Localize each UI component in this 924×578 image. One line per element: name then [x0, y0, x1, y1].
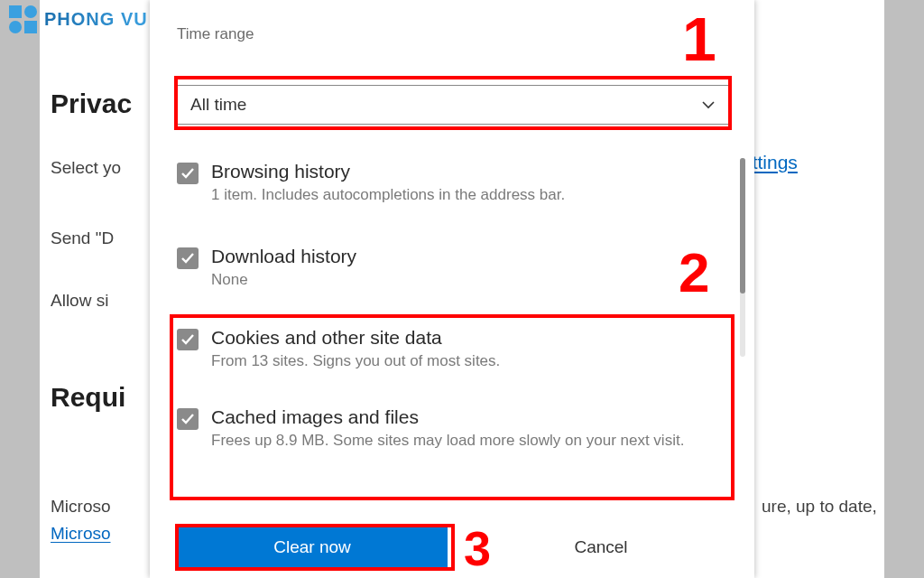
- scrollbar-thumb[interactable]: [740, 158, 745, 294]
- option-subtitle: From 13 sites. Signs you out of most sit…: [211, 352, 500, 370]
- clear-data-dialog: Time range All time Browsing history 1 i…: [150, 0, 754, 578]
- option-subtitle: Frees up 8.9 MB. Some sites may load mor…: [211, 432, 684, 450]
- clear-now-button[interactable]: Clear now: [177, 527, 448, 567]
- bg-link-microsoft[interactable]: Microso: [51, 524, 111, 544]
- bg-text-select: Select yo: [51, 158, 121, 178]
- checkbox-cached-images[interactable]: [177, 408, 199, 430]
- button-label: Clear now: [273, 537, 351, 557]
- checkbox-browsing-history[interactable]: [177, 163, 199, 184]
- bg-text-allow: Allow si: [51, 291, 108, 311]
- option-subtitle: 1 item. Includes autocompletions in the …: [211, 186, 565, 204]
- annotation-number-2: 2: [679, 240, 709, 304]
- checkbox-cookies[interactable]: [177, 329, 199, 350]
- option-cookies[interactable]: Cookies and other site data From 13 site…: [177, 327, 700, 371]
- bg-text-upto: ure, up to date,: [762, 497, 877, 517]
- logo-icon: [9, 5, 37, 33]
- checkbox-download-history[interactable]: [177, 247, 199, 269]
- option-subtitle: None: [211, 271, 356, 289]
- option-title: Cookies and other site data: [211, 327, 500, 349]
- option-title: Download history: [211, 246, 356, 267]
- logo-text: PHONG VU: [44, 9, 148, 30]
- annotation-number-1: 1: [682, 4, 716, 74]
- time-range-select[interactable]: All time: [177, 85, 729, 125]
- option-download-history[interactable]: Download history None: [177, 246, 700, 290]
- option-cached-images[interactable]: Cached images and files Frees up 8.9 MB.…: [177, 406, 700, 451]
- time-range-value: All time: [190, 95, 246, 115]
- bg-heading-required: Requi: [51, 382, 125, 413]
- bg-heading-privacy: Privac: [51, 89, 132, 119]
- option-browsing-history[interactable]: Browsing history 1 item. Includes autoco…: [177, 161, 700, 205]
- chevron-down-icon: [701, 98, 716, 112]
- bg-text-send: Send "D: [51, 228, 114, 248]
- watermark-logo: PHONG VU: [9, 5, 148, 33]
- bg-text-microsoft1: Microso: [51, 497, 111, 517]
- cancel-button[interactable]: Cancel: [475, 527, 727, 567]
- button-label: Cancel: [574, 537, 627, 557]
- annotation-number-3: 3: [464, 520, 491, 576]
- option-title: Browsing history: [211, 161, 565, 182]
- page: Privac Select yo Send "D Allow si Requi …: [0, 0, 924, 578]
- time-range-label: Time range: [177, 25, 254, 43]
- option-title: Cached images and files: [211, 406, 684, 428]
